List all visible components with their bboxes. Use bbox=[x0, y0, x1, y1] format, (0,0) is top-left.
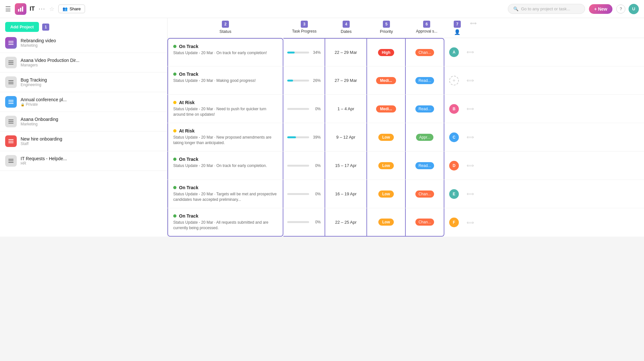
status-indicator: At Risk bbox=[173, 100, 278, 105]
sidebar-item-text: Annual conference pl... 🔒 Private bbox=[21, 97, 67, 107]
add-project-button[interactable]: Add Project bbox=[5, 22, 39, 32]
approval-badge: Read... bbox=[415, 77, 434, 84]
progress-bar-bg bbox=[287, 80, 309, 82]
svg-rect-13 bbox=[8, 102, 14, 102]
approval-badge: Chan... bbox=[415, 219, 434, 226]
svg-rect-9 bbox=[8, 80, 14, 81]
status-cell: At Risk Status Update - 20 Mar · Need to… bbox=[167, 95, 283, 123]
table-row: At Risk Status Update - 20 Mar · Need to… bbox=[167, 95, 644, 123]
row-options-icon[interactable]: ⟺ bbox=[467, 134, 474, 140]
sidebar-item-name: Bug Tracking bbox=[21, 77, 47, 83]
row-options-icon[interactable]: ⟺ bbox=[467, 220, 474, 226]
progress-bar-row: 0% bbox=[287, 163, 321, 168]
assignee-avatar: A bbox=[449, 47, 459, 57]
dates-text: 16 – 19 Apr bbox=[335, 191, 357, 196]
svg-rect-5 bbox=[8, 44, 14, 45]
svg-rect-7 bbox=[8, 62, 14, 63]
th-dates: 4 Dates bbox=[325, 18, 367, 38]
row-options-icon[interactable]: ⟺ bbox=[467, 49, 474, 55]
sidebar-item-name: IT Requests - Helpde... bbox=[21, 156, 67, 161]
extra-col: ⟺ bbox=[464, 151, 477, 180]
th-assignee-people: 7 👤 bbox=[448, 18, 467, 38]
status-indicator: On Track bbox=[173, 157, 278, 162]
sidebar-item-bug-tracking[interactable]: Bug Tracking Engineering bbox=[0, 73, 167, 92]
sidebar-item-name: Asana Onboarding bbox=[21, 117, 58, 122]
approval-badge: Chan... bbox=[415, 49, 434, 56]
status-name: On Track bbox=[179, 185, 198, 190]
progress-bar-row: 34% bbox=[287, 50, 321, 55]
row-options-icon[interactable]: ⟺ bbox=[467, 106, 474, 112]
sidebar-item-asana-video[interactable]: Asana Video Production Dir... Managers bbox=[0, 53, 167, 73]
extra-col: ⟺ bbox=[464, 95, 477, 123]
sidebar-item-rebranding-video[interactable]: Rebranding video Marketing bbox=[0, 33, 167, 53]
progress-cell: 34% bbox=[283, 38, 325, 66]
svg-rect-11 bbox=[8, 83, 14, 84]
sidebar-item-icon bbox=[5, 155, 17, 167]
status-dot bbox=[173, 214, 176, 218]
progress-bar-row: 39% bbox=[287, 135, 321, 140]
th-priority: 5 Priority bbox=[367, 18, 406, 38]
progress-cell: 39% bbox=[283, 123, 325, 151]
table-row: On Track Status Update - 20 Mar · On tra… bbox=[167, 38, 644, 66]
approval-cell: Chan... bbox=[406, 38, 444, 66]
status-name: On Track bbox=[179, 157, 198, 162]
assignee-avatar: C bbox=[449, 132, 459, 142]
assignee-avatar: D bbox=[449, 161, 459, 171]
status-cell: On Track Status Update - 20 Mar · Making… bbox=[167, 66, 283, 94]
user-avatar[interactable]: U bbox=[629, 4, 639, 14]
sidebar-item-new-hire[interactable]: New hire onboarding Staff bbox=[0, 132, 167, 151]
sidebar: Add Project 1 Rebranding video Marketing bbox=[0, 18, 167, 237]
status-update-text: Status Update - 20 Mar · On track for ea… bbox=[173, 50, 278, 56]
progress-cell: 0% bbox=[283, 151, 325, 180]
assignee-cell: B bbox=[444, 95, 464, 123]
row-options-icon[interactable]: ⟺ bbox=[467, 191, 474, 197]
sidebar-item-icon bbox=[5, 116, 17, 127]
sidebar-item-asana-onboarding[interactable]: Asana Onboarding Marketing bbox=[0, 112, 167, 132]
help-button[interactable]: ? bbox=[616, 5, 625, 14]
th-status: 2 Status bbox=[167, 18, 283, 38]
share-button[interactable]: 👥 Share bbox=[58, 5, 85, 13]
sidebar-item-it-requests[interactable]: IT Requests - Helpde... HR bbox=[0, 151, 167, 171]
progress-pct-label: 34% bbox=[312, 50, 321, 55]
row-options-icon[interactable]: ⟺ bbox=[467, 162, 474, 169]
table-header-row: 2 Status 3 Task Progress bbox=[167, 18, 644, 38]
priority-badge: Low bbox=[378, 219, 394, 226]
extra-col: ⟺ bbox=[464, 38, 477, 66]
progress-bar-bg bbox=[287, 136, 309, 138]
status-update-text: Status Update - 20 Mar · Need to push fo… bbox=[173, 106, 278, 117]
favorite-icon[interactable]: ☆ bbox=[49, 5, 54, 13]
col-badge-7: 7 bbox=[454, 21, 461, 28]
priority-badge: Low bbox=[378, 162, 394, 169]
dates-text: 27 – 29 Mar bbox=[335, 78, 357, 83]
status-cell: At Risk Status Update - 20 Mar · New pro… bbox=[167, 123, 283, 151]
svg-rect-3 bbox=[8, 41, 14, 42]
col-badge-2: 2 bbox=[222, 21, 229, 28]
sidebar-item-sub: Engineering bbox=[21, 83, 47, 87]
more-options-icon[interactable]: ··· bbox=[39, 5, 45, 12]
status-cell: On Track Status Update - 20 Mar · Target… bbox=[167, 180, 283, 208]
menu-icon[interactable]: ☰ bbox=[5, 5, 11, 13]
svg-rect-0 bbox=[18, 9, 19, 12]
dates-cell: 15 – 17 Apr bbox=[325, 151, 367, 180]
row-options-icon[interactable]: ⟺ bbox=[467, 77, 474, 83]
status-name: On Track bbox=[179, 44, 198, 49]
priority-cell: Medi... bbox=[367, 95, 406, 123]
sidebar-item-annual-conference[interactable]: Annual conference pl... 🔒 Private bbox=[0, 92, 167, 112]
dates-cell: 1 – 4 Apr bbox=[325, 95, 367, 123]
status-update-text: Status Update - 20 Mar · New proposed am… bbox=[173, 135, 278, 146]
progress-pct-label: 26% bbox=[312, 78, 321, 83]
col-badge-6: 6 bbox=[423, 21, 430, 28]
sidebar-item-name: New hire onboarding bbox=[21, 136, 62, 141]
status-cell: On Track Status Update - 20 Mar · On tra… bbox=[167, 38, 283, 66]
status-cell: On Track Status Update - 20 Mar · All re… bbox=[167, 208, 283, 237]
search-icon: 🔍 bbox=[513, 6, 518, 11]
dates-cell: 22 – 29 Mar bbox=[325, 38, 367, 66]
new-button[interactable]: + New bbox=[589, 4, 612, 14]
progress-bar-bg bbox=[287, 221, 309, 223]
svg-rect-20 bbox=[8, 142, 14, 143]
table-row: On Track Status Update - 20 Mar · On tra… bbox=[167, 151, 644, 180]
sidebar-item-sub: Managers bbox=[21, 63, 80, 67]
sidebar-item-icon bbox=[5, 96, 17, 108]
svg-rect-15 bbox=[8, 120, 14, 120]
search-bar[interactable]: 🔍 Go to any project or task... bbox=[508, 4, 585, 14]
